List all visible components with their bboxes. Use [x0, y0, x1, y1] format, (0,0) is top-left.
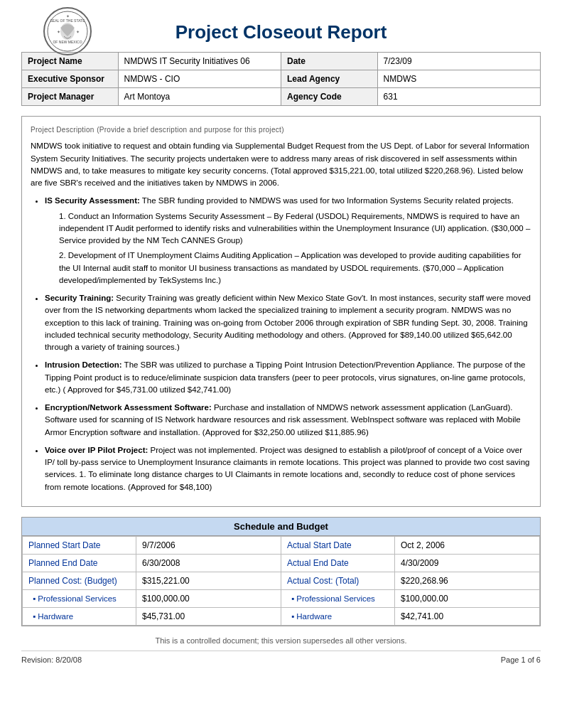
value-lead-agency: NMDWS: [377, 70, 540, 88]
label-sub-hardware-planned: ▪ Hardware: [23, 607, 136, 625]
bullet-text-2: Security Training was greatly deficient …: [45, 294, 531, 351]
schedule-table: Planned Start Date 9/7/2006 Actual Start…: [22, 536, 540, 626]
bullet-bold-1: IS Security Assessment:: [45, 196, 140, 205]
sublist-item: 1. Conduct an Information Systems Securi…: [59, 210, 531, 247]
label-project-manager: Project Manager: [22, 88, 119, 106]
value-date: 7/23/09: [377, 53, 540, 70]
bullet-text-1: The SBR funding provided to NMDWS was us…: [140, 196, 514, 205]
footer-page: Page 1 of 6: [501, 655, 541, 664]
table-row: Project Manager Art Montoya Agency Code …: [22, 88, 541, 106]
project-info-table: Project Name NMDWS IT Security Initiativ…: [21, 52, 541, 106]
desc-title-text: Project Description: [31, 126, 94, 134]
list-item: Intrusion Detection: The SBR was utilize…: [45, 359, 531, 396]
value-planned-cost: $315,221.00: [136, 572, 281, 589]
description-intro: NMDWS took initiative to request and obt…: [31, 140, 531, 189]
svg-text:OF NEW MEXICO: OF NEW MEXICO: [53, 40, 82, 44]
label-agency-code: Agency Code: [281, 88, 377, 106]
table-row: Planned Cost: (Budget) $315,221.00 Actua…: [23, 572, 540, 589]
state-seal: SEAL OF THE STATE OF NEW MEXICO ✦ ✦ ✦: [43, 6, 92, 58]
value-actual-end: 4/30/2009: [395, 554, 540, 572]
label-planned-cost: Planned Cost: (Budget): [23, 572, 136, 589]
svg-text:✦: ✦: [57, 30, 60, 34]
bullet-bold-3: Intrusion Detection:: [45, 360, 122, 369]
list-item: Security Training: Security Training was…: [45, 292, 531, 353]
table-row: Planned Start Date 9/7/2006 Actual Start…: [23, 536, 540, 554]
value-sub-hardware-actual: $42,741.00: [395, 607, 540, 625]
label-exec-sponsor: Executive Sponsor: [22, 70, 119, 88]
value-agency-code: 631: [377, 88, 540, 106]
label-actual-end: Actual End Date: [281, 554, 395, 572]
value-planned-start: 9/7/2006: [136, 536, 281, 554]
list-item: Voice over IP Pilot Project: Project was…: [45, 444, 531, 493]
sub-hw2-label: Hardware: [296, 612, 332, 621]
description-title: Project Description (Provide a brief des…: [31, 124, 531, 136]
footer: Revision: 8/20/08 Page 1 of 6: [21, 651, 541, 664]
value-project-name: NMDWS IT Security Initiatives 06: [118, 53, 281, 70]
label-lead-agency: Lead Agency: [281, 70, 377, 88]
footer-center-text: This is a controlled document; this vers…: [21, 636, 541, 645]
list-item: Encryption/Network Assessment Software: …: [45, 402, 531, 439]
schedule-budget-box: Schedule and Budget Planned Start Date 9…: [21, 517, 541, 626]
value-sub-professional-planned: $100,000.00: [136, 589, 281, 607]
bullet-bold-5: Voice over IP Pilot Project:: [45, 446, 148, 454]
label-sub-professional-planned: ▪ Professional Services: [23, 589, 136, 607]
svg-text:✦: ✦: [76, 30, 80, 34]
sublist-item: 2. Development of IT Unemployment Claims…: [59, 250, 531, 287]
label-sub-hardware-actual: ▪ Hardware: [281, 607, 395, 625]
description-list: IS Security Assessment: The SBR funding …: [45, 195, 531, 493]
table-row: Project Name NMDWS IT Security Initiativ…: [22, 53, 541, 70]
list-item: IS Security Assessment: The SBR funding …: [45, 195, 531, 287]
value-actual-start: Oct 2, 2006: [395, 536, 540, 554]
value-actual-cost: $220,268.96: [395, 572, 540, 589]
value-planned-end: 6/30/2008: [136, 554, 281, 572]
description-box: Project Description (Provide a brief des…: [21, 116, 541, 507]
page-title: Project Closeout Report: [175, 21, 387, 43]
sub-hw-label: Hardware: [38, 612, 73, 621]
svg-text:SEAL OF THE STATE: SEAL OF THE STATE: [50, 18, 86, 23]
label-planned-end: Planned End Date: [23, 554, 136, 572]
footer-revision: Revision: 8/20/08: [21, 655, 82, 664]
label-date: Date: [281, 53, 377, 70]
schedule-title: Schedule and Budget: [22, 518, 540, 536]
label-sub-professional-actual: ▪ Professional Services: [281, 589, 395, 607]
bullet-bold-4: Encryption/Network Assessment Software:: [45, 403, 212, 412]
value-exec-sponsor: NMDWS - CIO: [118, 70, 281, 88]
table-row: ▪ Professional Services $100,000.00 ▪ Pr…: [23, 589, 540, 607]
label-planned-start: Planned Start Date: [23, 536, 136, 554]
svg-text:✦: ✦: [66, 14, 70, 18]
sub-prof2-label: Professional Services: [296, 594, 375, 603]
sublist-1: 1. Conduct an Information Systems Securi…: [59, 210, 531, 287]
value-project-manager: Art Montoya: [118, 88, 281, 106]
label-actual-start: Actual Start Date: [281, 536, 395, 554]
value-sub-hardware-planned: $45,731.00: [136, 607, 281, 625]
bullet-bold-2: Security Training:: [45, 294, 114, 302]
description-subtitle: (Provide a brief description and purpose…: [97, 126, 284, 134]
table-row: Planned End Date 6/30/2008 Actual End Da…: [23, 554, 540, 572]
table-row: Executive Sponsor NMDWS - CIO Lead Agenc…: [22, 70, 541, 88]
label-actual-cost: Actual Cost: (Total): [281, 572, 395, 589]
value-sub-professional-actual: $100,000.00: [395, 589, 540, 607]
sub-prof-label: Professional Services: [38, 594, 117, 603]
table-row: ▪ Hardware $45,731.00 ▪ Hardware $42,741…: [23, 607, 540, 625]
